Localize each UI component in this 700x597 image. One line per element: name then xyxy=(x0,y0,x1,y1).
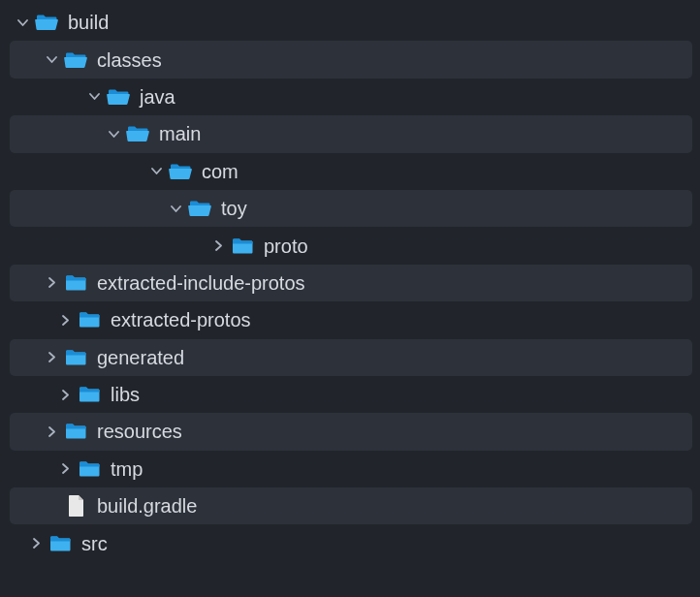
tree-item-build[interactable]: build xyxy=(0,4,700,41)
chevron-right-icon xyxy=(43,423,60,440)
tree-item-label: proto xyxy=(264,236,308,256)
tree-item-label: com xyxy=(202,162,239,181)
chevron-right-icon xyxy=(43,349,60,366)
chevron-right-icon xyxy=(56,386,74,403)
tree-item-main[interactable]: main xyxy=(10,115,692,152)
chevron-right-icon xyxy=(209,237,227,255)
folder-closed-icon xyxy=(78,383,101,406)
tree-item-extracted-protos[interactable]: extracted-protos xyxy=(0,301,700,338)
tree-item-resources[interactable]: resources xyxy=(10,413,692,450)
folder-closed-icon xyxy=(64,271,87,295)
chevron-right-icon xyxy=(56,311,74,329)
tree-item-label: main xyxy=(159,124,201,143)
tree-item-label: java xyxy=(140,87,175,107)
chevron-down-icon xyxy=(14,14,31,31)
tree-item-proto[interactable]: proto xyxy=(0,227,700,264)
chevron-down-icon xyxy=(147,163,165,180)
folder-open-icon xyxy=(107,85,130,109)
tree-item-libs[interactable]: libs xyxy=(0,376,700,413)
folder-closed-icon xyxy=(64,346,87,369)
chevron-right-icon xyxy=(27,535,45,552)
chevron-down-icon xyxy=(167,200,184,217)
file-icon xyxy=(64,494,87,518)
folder-open-icon xyxy=(126,122,149,145)
tree-item-classes[interactable]: classes xyxy=(10,41,692,78)
folder-open-icon xyxy=(64,48,87,72)
tree-item-src[interactable]: src xyxy=(0,524,700,561)
tree-item-label: toy xyxy=(221,199,247,218)
tree-item-label: src xyxy=(81,534,108,553)
folder-open-icon xyxy=(188,197,211,220)
tree-item-label: classes xyxy=(97,50,162,70)
folder-closed-icon xyxy=(48,532,72,555)
folder-open-icon xyxy=(35,11,58,34)
tree-item-label: generated xyxy=(97,348,184,367)
chevron-right-icon xyxy=(56,460,74,478)
chevron-down-icon xyxy=(85,88,103,106)
folder-closed-icon xyxy=(78,308,101,331)
tree-item-toy[interactable]: toy xyxy=(10,190,692,227)
tree-item-tmp[interactable]: tmp xyxy=(0,451,700,487)
tree-item-label: build.gradle xyxy=(97,496,197,516)
tree-item-generated[interactable]: generated xyxy=(10,339,692,376)
chevron-down-icon xyxy=(105,125,122,142)
tree-item-label: build xyxy=(68,13,109,32)
folder-closed-icon xyxy=(64,420,87,443)
tree-item-com[interactable]: com xyxy=(0,153,700,190)
tree-item-build-gradle[interactable]: build.gradle xyxy=(10,487,692,524)
folder-closed-icon xyxy=(231,235,254,258)
tree-item-label: tmp xyxy=(111,459,143,479)
tree-item-label: resources xyxy=(97,422,182,441)
folder-open-icon xyxy=(169,160,192,183)
chevron-right-icon xyxy=(43,274,60,292)
folder-closed-icon xyxy=(78,457,101,481)
tree-item-label: extracted-protos xyxy=(111,310,251,330)
tree-item-extracted-include-protos[interactable]: extracted-include-protos xyxy=(10,265,692,301)
chevron-down-icon xyxy=(43,51,60,69)
tree-item-label: extracted-include-protos xyxy=(97,273,305,293)
tree-item-java[interactable]: java xyxy=(0,79,700,115)
tree-item-label: libs xyxy=(111,385,140,404)
